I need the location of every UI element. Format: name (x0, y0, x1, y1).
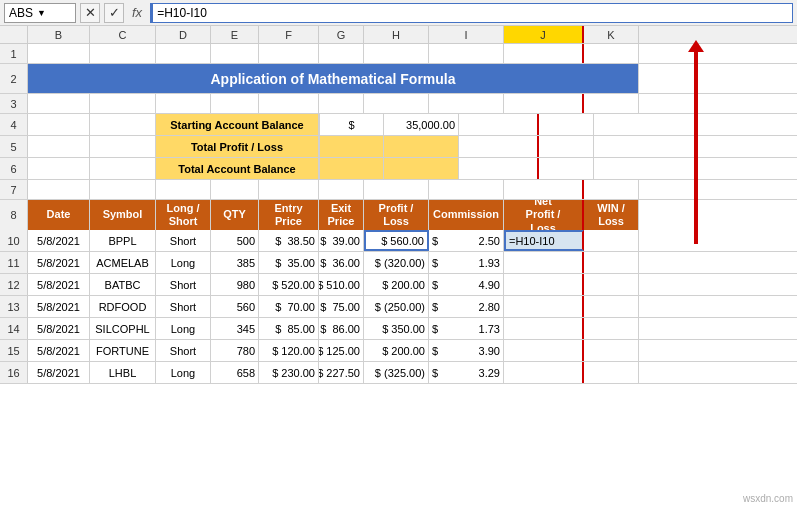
cell-d13[interactable]: Short (156, 296, 211, 317)
cell-j11[interactable] (504, 252, 584, 273)
cell-e14[interactable]: 345 (211, 318, 259, 339)
cell-b1[interactable] (28, 44, 90, 63)
col-header-f[interactable]: F (259, 26, 319, 43)
cell-k11[interactable] (584, 252, 639, 273)
cell-e11[interactable]: 385 (211, 252, 259, 273)
cell-e13[interactable]: 560 (211, 296, 259, 317)
cell-f10-ep[interactable]: $ 38.50 (259, 230, 319, 251)
cell-f12[interactable]: $ 520.00 (259, 274, 319, 295)
cell-c15[interactable]: FORTUNE (90, 340, 156, 361)
cell-k7[interactable] (584, 180, 639, 199)
cell-c11[interactable]: ACMELAB (90, 252, 156, 273)
cell-h14[interactable]: $ 350.00 (364, 318, 429, 339)
cell-g14[interactable]: $ 86.00 (319, 318, 364, 339)
col-header-c[interactable]: C (90, 26, 156, 43)
col-header-d[interactable]: D (156, 26, 211, 43)
cell-e15[interactable]: 780 (211, 340, 259, 361)
cell-c3[interactable] (90, 94, 156, 113)
cell-j13[interactable] (504, 296, 584, 317)
cell-h13[interactable]: $ (250.00) (364, 296, 429, 317)
cell-i15[interactable]: $3.90 (429, 340, 504, 361)
cell-e7[interactable] (211, 180, 259, 199)
cell-g16[interactable]: $ 227.50 (319, 362, 364, 383)
cell-f3[interactable] (259, 94, 319, 113)
cell-h16[interactable]: $ (325.00) (364, 362, 429, 383)
cell-f1[interactable] (259, 44, 319, 63)
cell-g15[interactable]: $ 125.00 (319, 340, 364, 361)
cell-b13[interactable]: 5/8/2021 (28, 296, 90, 317)
cell-d14[interactable]: Long (156, 318, 211, 339)
cell-j16[interactable] (504, 362, 584, 383)
cell-k15[interactable] (584, 340, 639, 361)
col-header-b[interactable]: B (28, 26, 90, 43)
cell-k5[interactable] (539, 136, 594, 157)
cell-h15[interactable]: $ 200.00 (364, 340, 429, 361)
cell-g1[interactable] (319, 44, 364, 63)
cell-b15[interactable]: 5/8/2021 (28, 340, 90, 361)
cell-c13[interactable]: RDFOOD (90, 296, 156, 317)
cell-j3[interactable] (504, 94, 584, 113)
cell-e10-qty[interactable]: 500 (211, 230, 259, 251)
col-header-k[interactable]: K (584, 26, 639, 43)
cell-d15[interactable]: Short (156, 340, 211, 361)
cell-g10-xp[interactable]: $ 39.00 (319, 230, 364, 251)
cell-c7[interactable] (90, 180, 156, 199)
cell-d7[interactable] (156, 180, 211, 199)
cell-h10-pl[interactable]: $ 560.00 (364, 230, 429, 251)
cell-f15[interactable]: $ 120.00 (259, 340, 319, 361)
cell-j14[interactable] (504, 318, 584, 339)
cell-f11[interactable]: $ 35.00 (259, 252, 319, 273)
cell-h1[interactable] (364, 44, 429, 63)
cell-j12[interactable] (504, 274, 584, 295)
cell-b3[interactable] (28, 94, 90, 113)
cell-i16[interactable]: $3.29 (429, 362, 504, 383)
cell-k3[interactable] (584, 94, 639, 113)
col-header-e[interactable]: E (211, 26, 259, 43)
cell-b14[interactable]: 5/8/2021 (28, 318, 90, 339)
cell-k16[interactable] (584, 362, 639, 383)
cell-e12[interactable]: 980 (211, 274, 259, 295)
cell-h3[interactable] (364, 94, 429, 113)
col-header-j[interactable]: J (504, 26, 584, 43)
cell-b6[interactable] (28, 158, 90, 179)
cell-i10-comm[interactable]: $2.50 (429, 230, 504, 251)
formula-input[interactable] (150, 3, 793, 23)
cell-c6[interactable] (90, 158, 156, 179)
cell-j10-formula[interactable]: =H10-I10 (504, 230, 584, 251)
cell-i1[interactable] (429, 44, 504, 63)
cancel-formula-button[interactable]: ✕ (80, 3, 100, 23)
cell-g7[interactable] (319, 180, 364, 199)
cell-c5[interactable] (90, 136, 156, 157)
cell-j5[interactable] (459, 136, 539, 157)
cell-b4[interactable] (28, 114, 90, 135)
cell-c10-symbol[interactable]: BPPL (90, 230, 156, 251)
cell-k6[interactable] (539, 158, 594, 179)
col-header-h[interactable]: H (364, 26, 429, 43)
cell-j4[interactable] (459, 114, 539, 135)
cell-d11[interactable]: Long (156, 252, 211, 273)
cell-e16[interactable]: 658 (211, 362, 259, 383)
cell-i7[interactable] (429, 180, 504, 199)
cell-h11[interactable]: $ (320.00) (364, 252, 429, 273)
cell-i3[interactable] (429, 94, 504, 113)
cell-c4[interactable] (90, 114, 156, 135)
cell-b11[interactable]: 5/8/2021 (28, 252, 90, 273)
cell-c14[interactable]: SILCOPHL (90, 318, 156, 339)
cell-g3[interactable] (319, 94, 364, 113)
cell-c16[interactable]: LHBL (90, 362, 156, 383)
cell-f7[interactable] (259, 180, 319, 199)
cell-j6[interactable] (459, 158, 539, 179)
cell-d12[interactable]: Short (156, 274, 211, 295)
name-box[interactable]: ABS ▼ (4, 3, 76, 23)
cell-k13[interactable] (584, 296, 639, 317)
cell-h7[interactable] (364, 180, 429, 199)
cell-g11[interactable]: $ 36.00 (319, 252, 364, 273)
cell-d3[interactable] (156, 94, 211, 113)
cell-k10-wl[interactable] (584, 230, 639, 251)
col-header-g[interactable]: G (319, 26, 364, 43)
cell-b12[interactable]: 5/8/2021 (28, 274, 90, 295)
cell-k14[interactable] (584, 318, 639, 339)
cell-c1[interactable] (90, 44, 156, 63)
cell-j1[interactable] (504, 44, 584, 63)
cell-k4[interactable] (539, 114, 594, 135)
